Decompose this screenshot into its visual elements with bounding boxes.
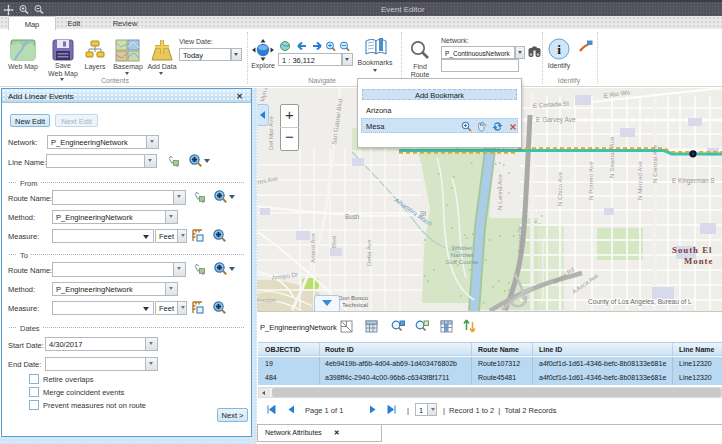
svg-text:N Central Ave: N Central Ave	[651, 144, 658, 183]
svg-text:Delta Ave: Delta Ave	[365, 239, 372, 266]
svg-text:N Seaman Ave: N Seaman Ave	[608, 136, 615, 178]
svg-text:i: i	[557, 42, 561, 57]
svg-text:Center Dr: Center Dr	[516, 226, 523, 253]
svg-text:Blvd: Blvd	[330, 235, 337, 248]
svg-text:Whittier: Whittier	[452, 244, 473, 251]
svg-text:Don Bosco: Don Bosco	[338, 294, 369, 301]
svg-text:Monte: Monte	[684, 256, 713, 266]
svg-text:N Lerma Ave: N Lerma Ave	[496, 174, 503, 210]
svg-text:E Garvey Ave: E Garvey Ave	[536, 116, 576, 124]
svg-text:Technical: Technical	[342, 301, 368, 308]
svg-text:E Kingerman S: E Kingerman S	[672, 177, 714, 185]
svg-text:N Merced Ave: N Merced Ave	[636, 161, 643, 200]
svg-text:Narrows: Narrows	[450, 251, 473, 258]
svg-text:South El: South El	[672, 245, 713, 255]
svg-text:N Potrero Ave: N Potrero Ave	[587, 161, 594, 200]
svg-text:Golf Course: Golf Course	[445, 258, 479, 265]
svg-text:County of Los Angeles, Bureau: County of Los Angeles, Bureau of L	[588, 298, 692, 306]
svg-text:Arland Ave: Arland Ave	[309, 233, 316, 263]
svg-text:N Chico Ave: N Chico Ave	[556, 172, 563, 206]
svg-text:Bush: Bush	[345, 213, 360, 220]
